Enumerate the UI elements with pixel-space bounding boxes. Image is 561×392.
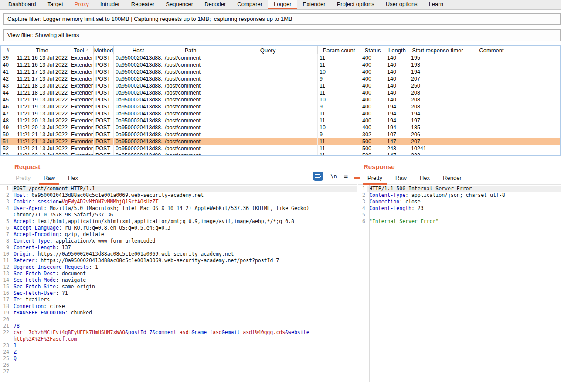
request-tab-pretty[interactable]: Pretty <box>11 175 35 185</box>
menu-tab-logger[interactable]: Logger <box>268 0 297 9</box>
cell-status: 302 <box>360 131 385 138</box>
code-line: 4Content-Length: 23 <box>358 205 561 212</box>
column-header-method[interactable]: Method <box>94 46 114 54</box>
code-line: 8Content-Type: application/x-www-form-ur… <box>0 238 357 244</box>
response-tab-raw[interactable]: Raw <box>391 175 411 185</box>
code-line: 17Te: trailers <box>0 297 357 303</box>
response-tab-pretty[interactable]: Pretty <box>363 175 387 185</box>
table-row[interactable]: 5311:21:22 13 Jul 2022ExtenderPOST0a9500… <box>1 152 560 155</box>
capture-filter-text: Capture filter: Logger memory limit set … <box>7 16 292 22</box>
menu-tab-user-options[interactable]: User options <box>380 0 423 9</box>
menu-tab-extender[interactable]: Extender <box>297 0 331 9</box>
prettify-icon <box>315 173 322 179</box>
column-header-start-response-timer[interactable]: Start response timer <box>409 46 466 54</box>
table-row[interactable]: 4111:21:17 13 Jul 2022ExtenderPOST0a9500… <box>1 68 560 75</box>
table-row[interactable]: 5111:21:21 13 Jul 2022ExtenderPOST0a9500… <box>1 138 560 145</box>
cell-start-response-timer: 207 <box>409 138 466 145</box>
cell-method: POST <box>94 89 114 96</box>
column-header-param-count[interactable]: Param count <box>318 46 360 54</box>
cell-method: POST <box>94 117 114 124</box>
table-row[interactable]: 4411:21:18 13 Jul 2022ExtenderPOST0a9500… <box>1 89 560 96</box>
menu-tab-comparer[interactable]: Comparer <box>231 0 268 9</box>
cell-tool: Extender <box>69 145 94 152</box>
splitter-grip-icon[interactable] <box>354 177 360 179</box>
logger-table[interactable]: #TimeTool∧MethodHostPathQueryParam count… <box>0 45 561 156</box>
cell-path: /post/comment <box>163 138 218 145</box>
column-header-status[interactable]: Status <box>360 46 385 54</box>
cell-host: 0a9500020413d88... <box>114 110 163 117</box>
column-header-num[interactable]: # <box>1 46 15 54</box>
cell-tool: Extender <box>69 61 94 68</box>
table-row[interactable]: 4211:21:17 13 Jul 2022ExtenderPOST0a9500… <box>1 75 560 82</box>
column-label: Start response timer <box>412 47 463 54</box>
table-row[interactable]: 4911:21:20 13 Jul 2022ExtenderPOST0a9500… <box>1 124 560 131</box>
cell-start-response-timer: 10241 <box>409 145 466 152</box>
response-tab-hex[interactable]: Hex <box>415 175 434 185</box>
menu-tab-target[interactable]: Target <box>42 0 69 9</box>
table-row[interactable]: 4311:21:18 13 Jul 2022ExtenderPOST0a9500… <box>1 82 560 89</box>
cell-host: 0a9500020413d88... <box>114 145 163 152</box>
table-row[interactable]: 4611:21:19 13 Jul 2022ExtenderPOST0a9500… <box>1 103 560 110</box>
line-number: 6 <box>358 218 367 225</box>
cell-tool: Extender <box>69 117 94 124</box>
menu-tab-decoder[interactable]: Decoder <box>199 0 231 9</box>
column-header-comment[interactable]: Comment <box>466 46 517 54</box>
menu-tab-project-options[interactable]: Project options <box>331 0 380 9</box>
table-row[interactable]: 4011:21:16 13 Jul 2022ExtenderPOST0a9500… <box>1 61 560 68</box>
column-header-query[interactable]: Query <box>218 46 318 54</box>
table-row[interactable]: 3911:21:16 13 Jul 2022ExtenderPOST0a9500… <box>1 54 560 61</box>
column-header-path[interactable]: Path <box>163 46 218 54</box>
cell-query <box>218 68 318 75</box>
response-tab-render[interactable]: Render <box>439 175 466 185</box>
cell-path: /post/comment <box>163 103 218 110</box>
column-header-tool[interactable]: Tool∧ <box>69 46 94 54</box>
menu-tab-intruder[interactable]: Intruder <box>95 0 126 9</box>
table-row[interactable]: 4511:21:19 13 Jul 2022ExtenderPOST0a9500… <box>1 96 560 103</box>
response-editor[interactable]: 1HTTP/1.1 500 Internal Server Error2Cont… <box>358 185 561 382</box>
view-filter-bar[interactable]: View filter: Showing all items <box>3 29 561 41</box>
code-text: Accept-Language: ru-RU,ru;q=0.8,en-US;q=… <box>12 225 357 231</box>
cell-start-response-timer: 197 <box>409 117 466 124</box>
menu-tab-repeater[interactable]: Repeater <box>126 0 160 9</box>
menu-tab-learn[interactable]: Learn <box>423 0 449 9</box>
column-header-length[interactable]: Length <box>385 46 409 54</box>
cell-param-count: 9 <box>318 131 360 138</box>
table-row[interactable]: 4711:21:19 13 Jul 2022ExtenderPOST0a9500… <box>1 110 560 117</box>
column-header-host[interactable]: Host <box>114 46 163 54</box>
capture-filter-bar[interactable]: Capture filter: Logger memory limit set … <box>3 13 561 25</box>
code-line: 5Accept: text/html,application/xhtml+xml… <box>0 218 357 225</box>
prettify-button[interactable] <box>313 172 323 181</box>
table-row[interactable]: 4811:21:20 13 Jul 2022ExtenderPOST0a9500… <box>1 117 560 124</box>
cell-start-response-timer: 194 <box>409 110 466 117</box>
code-line: 18Connection: close <box>0 303 357 310</box>
cell-path: /post/comment <box>163 61 218 68</box>
cell-status: 400 <box>360 68 385 75</box>
cell-method: POST <box>94 54 114 61</box>
line-number: 17 <box>0 297 12 303</box>
cell-length: 243 <box>385 145 409 152</box>
cell-comment <box>466 61 517 68</box>
newline-toggle-icon[interactable]: \n <box>330 173 337 179</box>
request-tab-raw[interactable]: Raw <box>39 175 59 185</box>
cell-method: POST <box>94 152 114 155</box>
code-text <box>12 316 357 323</box>
cell-start-response-timer: 208 <box>409 103 466 110</box>
cell-start-response-timer: 208 <box>409 96 466 103</box>
request-tab-hex[interactable]: Hex <box>64 175 82 185</box>
cell-param-count: 10 <box>318 124 360 131</box>
cell-length: 194 <box>385 103 409 110</box>
column-header-time[interactable]: Time <box>15 46 69 54</box>
code-text: User-Agent: Mozilla/5.0 (Macintosh; Inte… <box>12 205 357 218</box>
cell-path: /post/comment <box>163 54 218 61</box>
editor-menu-icon[interactable]: ≡ <box>344 174 348 179</box>
cell-num: 41 <box>1 68 15 75</box>
table-row[interactable]: 5211:21:21 13 Jul 2022ExtenderPOST0a9500… <box>1 145 560 152</box>
response-panel: Response PrettyRawHexRender 1HTTP/1.1 50… <box>358 157 561 392</box>
cell-host: 0a9500020413d88... <box>114 117 163 124</box>
cell-param-count: 11 <box>318 61 360 68</box>
request-editor[interactable]: 1POST /post/comment HTTP/1.12Host: 0a950… <box>0 185 357 382</box>
menu-tab-dashboard[interactable]: Dashboard <box>3 0 42 9</box>
menu-tab-proxy[interactable]: Proxy <box>69 0 95 9</box>
menu-tab-sequencer[interactable]: Sequencer <box>160 0 199 9</box>
table-row[interactable]: 5011:21:21 13 Jul 2022ExtenderPOST0a9500… <box>1 131 560 138</box>
